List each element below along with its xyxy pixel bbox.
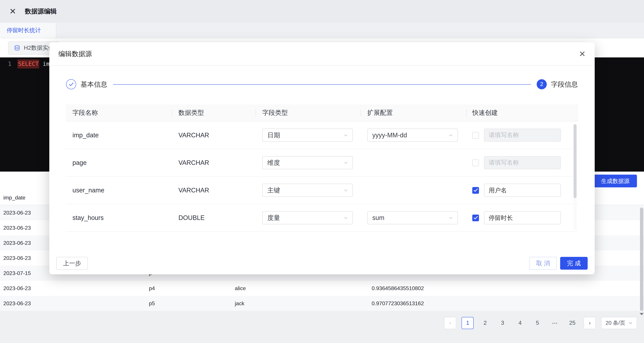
step2-circle: 2 [537, 79, 547, 89]
page-size-select[interactable]: 20 条/页 [601, 317, 637, 329]
pagination-ellipsis[interactable]: ••• [549, 320, 561, 325]
pagination: ‹ 1 2 3 4 5 ••• 25 › 20 条/页 [444, 317, 637, 329]
col-field-type: 字段类型 [256, 109, 360, 117]
field-type-select[interactable]: 度量 [262, 211, 353, 224]
modal-footer: 上一步 取 消 完 成 [56, 257, 588, 270]
field-name: user_name [66, 187, 172, 194]
quick-create-checkbox[interactable] [472, 132, 479, 139]
tabbar: 停留时长统计 [0, 23, 644, 38]
chevron-down-icon [344, 188, 348, 192]
tab-label: 停留时长统计 [7, 27, 41, 34]
pagination-next-button[interactable]: › [584, 317, 596, 329]
col-quick-create: 快速创建 [466, 109, 578, 117]
fields-table: 字段名称 数据类型 字段类型 扩展配置 快速创建 imp_date VARCHA… [66, 104, 578, 232]
chevron-down-icon [344, 133, 348, 137]
field-name: page [66, 159, 172, 166]
data-type: VARCHAR [172, 187, 256, 194]
step1-circle [66, 79, 76, 89]
chevron-down-icon [628, 321, 632, 325]
screen: ✕ 数据源编辑 停留时长统计 H2数据实例 1 SELECT imp 生成数据源… [0, 0, 644, 343]
aggregation-select[interactable]: sum [367, 211, 458, 224]
modal-table-scrollbar[interactable] [574, 124, 576, 230]
scroll-down-arrow-icon[interactable] [640, 313, 644, 315]
topbar: ✕ 数据源编辑 [0, 0, 644, 23]
field-row-stay-hours: stay_hours DOUBLE 度量 sum [66, 204, 578, 232]
chevron-down-icon [449, 133, 453, 137]
quick-create-checkbox[interactable] [472, 159, 479, 166]
pagination-page-1[interactable]: 1 [462, 317, 474, 329]
cancel-button[interactable]: 取 消 [529, 257, 557, 270]
generate-datasource-button[interactable]: 生成数据源 [594, 175, 637, 187]
footer-actions: 取 消 完 成 [529, 257, 588, 270]
pagination-page-25[interactable]: 25 [566, 317, 578, 329]
quick-create-checkbox[interactable] [472, 214, 479, 221]
check-icon [474, 216, 478, 220]
field-name: stay_hours [66, 214, 172, 221]
check-icon [68, 82, 74, 86]
col-field-name: 字段名称 [66, 109, 172, 117]
pagination-page-2[interactable]: 2 [479, 317, 491, 329]
date-format-select[interactable]: yyyy-MM-dd [367, 129, 458, 142]
pagination-page-4[interactable]: 4 [514, 317, 526, 329]
pagination-page-3[interactable]: 3 [496, 317, 509, 329]
field-row-imp-date: imp_date VARCHAR 日期 yyyy-MM-dd [66, 122, 578, 149]
modal-title: 编辑数据源 [58, 49, 92, 59]
sql-keyword: SELECT [18, 60, 40, 69]
edit-datasource-modal: 编辑数据源 ✕ 基本信息 2 字段信息 字段名称 数据类型 字段类型 扩展配置 … [49, 42, 595, 274]
modal-scrollbar-thumb[interactable] [574, 124, 576, 198]
page-title: 数据源编辑 [25, 7, 57, 16]
table-row: 2023-06-23 p5 jack 0.9707723036513162 [0, 296, 644, 311]
steps: 基本信息 2 字段信息 [49, 79, 595, 89]
done-button[interactable]: 完 成 [560, 257, 588, 270]
chevron-down-icon [344, 216, 348, 220]
field-row-page: page VARCHAR 维度 [66, 149, 578, 177]
field-name: imp_date [66, 131, 172, 139]
data-type: VARCHAR [172, 131, 256, 139]
field-type-select[interactable]: 主键 [262, 184, 353, 197]
table-row: 2023-06-23 p4 alice 0.9364586435510802 [0, 281, 644, 296]
field-type-select[interactable]: 维度 [262, 156, 353, 169]
prev-step-button[interactable]: 上一步 [56, 257, 88, 270]
field-row-user-name: user_name VARCHAR 主键 [66, 177, 578, 204]
database-icon [14, 45, 20, 51]
close-icon[interactable]: ✕ [10, 8, 16, 16]
bottombar: ‹ 1 2 3 4 5 ••• 25 › 20 条/页 [0, 311, 644, 343]
pagination-page-5[interactable]: 5 [532, 317, 544, 329]
step1-label: 基本信息 [80, 80, 107, 89]
tab-stay-duration-stats[interactable]: 停留时长统计 [0, 23, 56, 38]
chevron-down-icon [449, 216, 453, 220]
step2-label: 字段信息 [551, 80, 578, 89]
quick-name-input[interactable] [484, 156, 561, 169]
data-type: VARCHAR [172, 159, 256, 166]
modal-header: 编辑数据源 ✕ [49, 42, 595, 66]
quick-create-checkbox[interactable] [472, 187, 479, 194]
check-icon [474, 188, 478, 192]
field-type-select[interactable]: 日期 [262, 129, 353, 142]
chevron-down-icon [344, 161, 348, 165]
page-size-label: 20 条/页 [606, 319, 625, 326]
data-type: DOUBLE [172, 214, 256, 221]
quick-name-input[interactable] [484, 184, 561, 197]
close-icon[interactable]: ✕ [579, 50, 586, 58]
quick-name-input[interactable] [484, 211, 561, 224]
col-ext-config: 扩展配置 [360, 109, 466, 117]
pagination-prev-button[interactable]: ‹ [444, 317, 456, 329]
step-connector-line [113, 84, 531, 85]
quick-name-input[interactable] [484, 129, 561, 142]
page-scrollbar[interactable] [640, 0, 643, 343]
page-scrollbar-thumb[interactable] [640, 207, 643, 311]
fields-table-header: 字段名称 数据类型 字段类型 扩展配置 快速创建 [66, 104, 578, 122]
col-data-type: 数据类型 [172, 109, 256, 117]
line-number: 1 [3, 60, 12, 69]
